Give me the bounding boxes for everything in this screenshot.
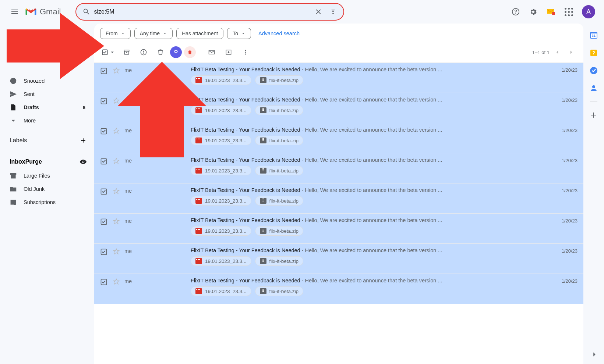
report-spam-button[interactable]: [136, 45, 151, 60]
email-row[interactable]: me FlixIT Beta Testing - Your Feedback i…: [94, 123, 583, 153]
sidebar-item-subscriptions[interactable]: Subscriptions: [0, 196, 90, 209]
attachment-chip[interactable]: flix-it-beta.zip: [255, 226, 304, 236]
attachment-chip[interactable]: flix-it-beta.zip: [255, 106, 304, 115]
filter-has-attachment[interactable]: Has attachment: [176, 28, 223, 39]
attachment-chip[interactable]: 19.01.2023_23.3...: [191, 166, 251, 175]
row-checkbox[interactable]: [100, 97, 107, 105]
support-icon[interactable]: [508, 4, 523, 19]
row-checkbox[interactable]: [100, 218, 107, 225]
delete-button[interactable]: [153, 45, 168, 60]
prev-page-button[interactable]: [551, 46, 564, 58]
attachment-name: flix-it-beta.zip: [269, 228, 299, 234]
gmail-logo[interactable]: Gmail: [25, 7, 61, 17]
svg-rect-47: [262, 168, 264, 169]
filter-label: From: [106, 31, 118, 36]
add-label-button[interactable]: [80, 137, 87, 144]
email-sender: me: [124, 97, 191, 103]
attachment-chip[interactable]: 19.01.2023_23.3...: [191, 75, 251, 85]
svg-rect-75: [262, 260, 264, 261]
main-menu-button[interactable]: [6, 3, 24, 21]
sidebar-item-more[interactable]: More: [0, 114, 90, 127]
inboxpurge-section[interactable]: InboxPurge: [0, 154, 94, 169]
next-page-button[interactable]: [565, 46, 577, 58]
sidebar-item-large-files[interactable]: Large Files: [0, 169, 90, 182]
email-row[interactable]: me FlixIT Beta Testing - Your Feedback i…: [94, 93, 583, 123]
add-app-icon[interactable]: [589, 111, 598, 119]
unsubscribe-button[interactable]: [170, 46, 182, 58]
filter-to[interactable]: To: [227, 28, 251, 39]
email-subject-line: FlixIT Beta Testing - Your Feedback is N…: [191, 187, 547, 193]
purge-button[interactable]: [184, 46, 196, 58]
select-all-checkbox[interactable]: [100, 47, 117, 57]
labels-section: Labels: [0, 133, 94, 148]
email-row[interactable]: me FlixIT Beta Testing - Your Feedback i…: [94, 244, 583, 274]
inboxpurge-notification-icon[interactable]: [544, 4, 558, 19]
row-checkbox[interactable]: [100, 128, 107, 135]
sidebar-item-drafts[interactable]: Drafts 6: [0, 101, 90, 114]
email-row[interactable]: me FlixIT Beta Testing - Your Feedback i…: [94, 153, 583, 183]
row-checkbox[interactable]: [100, 188, 107, 195]
attachment-chip[interactable]: 19.01.2023_23.3...: [191, 286, 251, 296]
row-checkbox[interactable]: [100, 248, 107, 256]
search-input[interactable]: [94, 4, 311, 20]
attachment-name: 19.01.2023_23.3...: [205, 198, 247, 204]
mark-unread-button[interactable]: [204, 45, 219, 60]
email-row[interactable]: me FlixIT Beta Testing - Your Feedback i…: [94, 274, 583, 304]
star-icon[interactable]: [113, 218, 121, 226]
svg-rect-49: [262, 171, 264, 171]
attachment-chip[interactable]: 19.01.2023_23.3...: [191, 226, 251, 236]
search-icon[interactable]: [79, 4, 94, 19]
attachment-chip[interactable]: flix-it-beta.zip: [255, 75, 304, 85]
account-avatar[interactable]: A: [582, 5, 595, 18]
email-sender: me: [124, 278, 191, 284]
filter-anytime[interactable]: Any time: [134, 28, 173, 39]
keep-app-icon[interactable]: [589, 49, 598, 57]
attachment-chip[interactable]: 19.01.2023_23.3...: [191, 196, 251, 206]
attachment-chip[interactable]: flix-it-beta.zip: [255, 196, 304, 206]
move-to-inbox-button[interactable]: [221, 45, 236, 60]
filter-from[interactable]: From: [100, 28, 131, 39]
star-icon[interactable]: [113, 67, 121, 75]
sidebar-item-old-junk[interactable]: Old Junk: [0, 182, 90, 196]
email-body: FlixIT Beta Testing - Your Feedback is N…: [191, 187, 547, 206]
attachment-chip[interactable]: 19.01.2023_23.3...: [191, 136, 251, 145]
tasks-app-icon[interactable]: [589, 66, 598, 75]
calendar-app-icon[interactable]: 31: [589, 31, 598, 40]
chevron-down-icon: [109, 49, 116, 56]
email-body: FlixIT Beta Testing - Your Feedback is N…: [191, 97, 547, 115]
svg-rect-31: [262, 110, 264, 111]
row-checkbox[interactable]: [100, 278, 107, 286]
contacts-app-icon[interactable]: [589, 84, 598, 93]
attachment-chip[interactable]: flix-it-beta.zip: [255, 136, 304, 145]
star-icon[interactable]: [113, 127, 121, 135]
star-icon[interactable]: [113, 97, 121, 105]
clear-search-icon[interactable]: [311, 4, 326, 19]
google-apps-icon[interactable]: [561, 4, 576, 19]
sidebar-item-sent[interactable]: Sent: [0, 88, 90, 101]
advanced-search-link[interactable]: Advanced search: [258, 31, 300, 36]
row-checkbox[interactable]: [100, 67, 107, 75]
search-options-icon[interactable]: [326, 4, 340, 19]
email-row[interactable]: me FlixIT Beta Testing - Your Feedback i…: [94, 214, 583, 244]
star-icon[interactable]: [113, 157, 121, 165]
settings-icon[interactable]: [526, 4, 541, 19]
svg-rect-54: [199, 199, 200, 200]
email-row[interactable]: me FlixIT Beta Testing - Your Feedback i…: [94, 183, 583, 214]
side-panel-toggle[interactable]: [589, 349, 600, 360]
archive-button[interactable]: [119, 45, 134, 60]
email-row[interactable]: me FlixIT Beta Testing - Your Feedback i…: [94, 63, 583, 93]
toolbar-separator: [199, 48, 199, 56]
row-checkbox[interactable]: [100, 158, 107, 165]
attachment-chip[interactable]: 19.01.2023_23.3...: [191, 106, 251, 115]
filter-row: From Any time Has attachment To Advanced…: [94, 24, 583, 43]
svg-rect-15: [195, 77, 202, 83]
star-icon[interactable]: [113, 188, 121, 196]
star-icon[interactable]: [113, 278, 121, 286]
attachment-chip[interactable]: flix-it-beta.zip: [255, 286, 304, 296]
more-actions-button[interactable]: [238, 45, 253, 60]
attachment-chip[interactable]: flix-it-beta.zip: [255, 166, 304, 175]
sidebar-item-snoozed[interactable]: Snoozed: [0, 74, 90, 88]
attachment-chip[interactable]: flix-it-beta.zip: [255, 256, 304, 266]
star-icon[interactable]: [113, 248, 121, 256]
attachment-chip[interactable]: 19.01.2023_23.3...: [191, 256, 251, 266]
